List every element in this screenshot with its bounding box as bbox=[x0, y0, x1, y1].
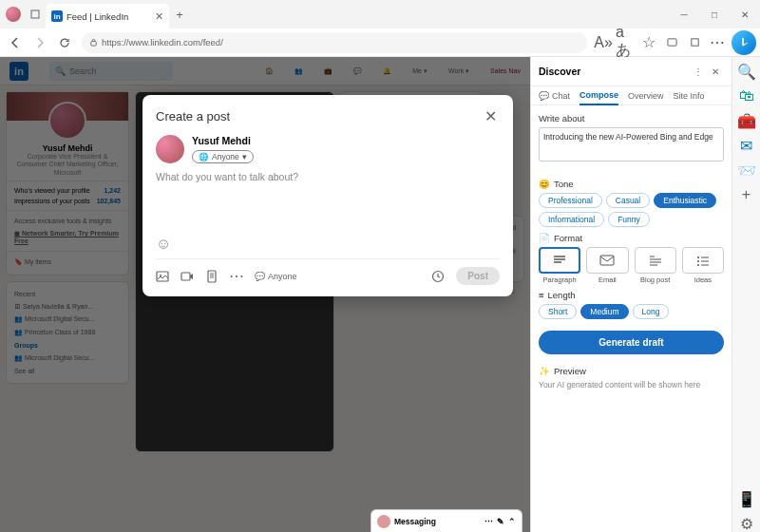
page-content: in 🔍 Search 🏠 👥 💼 💬 🔔 Me ▾ Work ▾ Sales … bbox=[0, 57, 530, 532]
browser-tab[interactable]: in Feed | LinkedIn ✕ bbox=[46, 4, 169, 28]
chat-icon: 💬 bbox=[539, 91, 549, 101]
generate-draft-button[interactable]: Generate draft bbox=[539, 331, 724, 354]
rail-add-icon[interactable]: + bbox=[738, 186, 755, 203]
rail-tools-icon[interactable]: 🧰 bbox=[738, 112, 755, 129]
refresh-button[interactable] bbox=[53, 31, 76, 54]
svg-point-12 bbox=[697, 264, 699, 266]
svg-rect-3 bbox=[691, 39, 697, 46]
browser-toolbar: https://www.linkedin.com/feed/ A» aあ ☆ ⋯ bbox=[0, 28, 760, 57]
tone-label: 😊Tone bbox=[539, 179, 724, 189]
length-label: ≡Length bbox=[539, 290, 724, 300]
post-textarea[interactable]: What do you want to talk about? bbox=[156, 171, 500, 218]
tab-overview[interactable]: Overview bbox=[628, 90, 664, 104]
minimize-button[interactable]: ─ bbox=[669, 0, 699, 28]
more-button[interactable]: ⋯ bbox=[707, 32, 728, 53]
new-tab-button[interactable]: + bbox=[169, 4, 190, 25]
modal-user-name: Yusuf Mehdi bbox=[192, 135, 254, 146]
tab-title: Feed | LinkedIn bbox=[66, 11, 151, 22]
modal-close-button[interactable]: ✕ bbox=[481, 106, 500, 125]
forward-button[interactable] bbox=[28, 31, 51, 54]
format-label: 📄Format bbox=[539, 233, 724, 243]
discover-sidebar: Discover ⋮ ✕ 💬Chat Compose Overview Site… bbox=[530, 57, 732, 532]
comment-visibility[interactable]: 💬 Anyone bbox=[255, 272, 297, 281]
format-icon: 📄 bbox=[539, 233, 550, 243]
emoji-button[interactable]: ☺ bbox=[156, 236, 500, 253]
format-blogpost[interactable]: Blog post bbox=[635, 247, 676, 284]
svg-rect-9 bbox=[600, 256, 614, 265]
svg-point-11 bbox=[697, 260, 699, 262]
modal-title: Create a post bbox=[156, 109, 230, 124]
messaging-avatar bbox=[377, 515, 390, 528]
close-window-button[interactable]: ✕ bbox=[730, 0, 760, 28]
svg-point-10 bbox=[697, 256, 699, 258]
tab-site-info[interactable]: Site Info bbox=[674, 90, 705, 104]
rail-shopping-icon[interactable]: 🛍 bbox=[738, 87, 755, 104]
back-button[interactable] bbox=[4, 31, 27, 54]
tone-enthusiastic[interactable]: Enthusiastic bbox=[654, 193, 716, 208]
rail-drop-icon[interactable]: 📨 bbox=[738, 162, 755, 179]
rail-search-icon[interactable]: 🔍 bbox=[738, 63, 755, 80]
add-image-icon[interactable] bbox=[156, 270, 169, 283]
translate-icon[interactable]: aあ bbox=[616, 32, 636, 53]
globe-icon: 🌐 bbox=[199, 152, 209, 162]
tone-funny[interactable]: Funny bbox=[608, 212, 650, 227]
chevron-down-icon: ▾ bbox=[242, 152, 247, 162]
svg-rect-1 bbox=[91, 42, 96, 47]
read-aloud-icon[interactable]: A» bbox=[593, 32, 614, 53]
chevron-up-icon[interactable]: ⌃ bbox=[508, 517, 516, 526]
post-button[interactable]: Post bbox=[456, 267, 500, 285]
tone-professional[interactable]: Professional bbox=[539, 193, 602, 208]
format-ideas[interactable]: Ideas bbox=[682, 247, 724, 284]
favorites-icon[interactable]: ☆ bbox=[638, 32, 659, 53]
rail-mobile-icon[interactable]: 📱 bbox=[738, 490, 755, 507]
browser-profile-avatar[interactable] bbox=[6, 7, 21, 22]
write-about-input[interactable] bbox=[539, 127, 724, 162]
length-long[interactable]: Long bbox=[633, 304, 670, 319]
audience-label: Anyone bbox=[212, 152, 239, 162]
schedule-icon[interactable] bbox=[431, 270, 445, 283]
create-post-modal: Create a post ✕ Yusuf Mehdi 🌐 Anyone ▾ W… bbox=[142, 95, 513, 296]
svg-rect-2 bbox=[667, 39, 675, 46]
address-bar[interactable]: https://www.linkedin.com/feed/ bbox=[82, 32, 587, 53]
tab-compose[interactable]: Compose bbox=[580, 90, 618, 105]
svg-rect-6 bbox=[181, 273, 190, 280]
edge-rail: 🔍 🛍 🧰 ✉ 📨 + 📱 ⚙ bbox=[732, 57, 760, 532]
format-paragraph[interactable]: Paragraph bbox=[539, 247, 580, 284]
sidebar-close-button[interactable]: ✕ bbox=[707, 63, 724, 80]
length-short[interactable]: Short bbox=[539, 304, 577, 319]
tab-actions-button[interactable] bbox=[25, 4, 46, 25]
add-document-icon[interactable] bbox=[205, 270, 218, 283]
add-video-icon[interactable] bbox=[180, 270, 194, 283]
messaging-label: Messaging bbox=[394, 517, 436, 526]
sidebar-title: Discover bbox=[539, 66, 690, 77]
more-options-icon[interactable]: ⋯ bbox=[230, 270, 243, 283]
rail-settings-icon[interactable]: ⚙ bbox=[738, 515, 755, 532]
tone-casual[interactable]: Casual bbox=[606, 193, 650, 208]
svg-rect-0 bbox=[31, 10, 39, 18]
sparkle-icon: ✨ bbox=[539, 366, 550, 376]
length-icon: ≡ bbox=[539, 290, 544, 300]
messaging-bar[interactable]: Messaging ⋯ ✎ ⌃ bbox=[370, 509, 522, 532]
tab-close-button[interactable]: ✕ bbox=[155, 10, 163, 23]
collections-icon[interactable] bbox=[661, 32, 682, 53]
discover-bing-button[interactable] bbox=[732, 30, 756, 55]
comment-visibility-label: Anyone bbox=[268, 272, 297, 281]
url-text: https://www.linkedin.com/feed/ bbox=[102, 37, 223, 48]
messaging-compose-icon[interactable]: ✎ bbox=[497, 517, 504, 526]
linkedin-favicon: in bbox=[51, 10, 63, 22]
sidebar-more-button[interactable]: ⋮ bbox=[690, 63, 707, 80]
audience-selector[interactable]: 🌐 Anyone ▾ bbox=[192, 150, 254, 163]
window-controls: ─ □ ✕ bbox=[669, 0, 760, 28]
tone-informational[interactable]: Informational bbox=[539, 212, 604, 227]
length-medium[interactable]: Medium bbox=[580, 304, 628, 319]
tab-chat[interactable]: 💬Chat bbox=[539, 90, 570, 104]
maximize-button[interactable]: □ bbox=[699, 0, 730, 28]
browser-titlebar: in Feed | LinkedIn ✕ + ─ □ ✕ bbox=[0, 0, 760, 28]
comment-icon: 💬 bbox=[255, 272, 265, 281]
svg-rect-7 bbox=[208, 271, 216, 282]
messaging-more-icon[interactable]: ⋯ bbox=[484, 517, 493, 526]
format-email[interactable]: Email bbox=[586, 247, 628, 284]
rail-outlook-icon[interactable]: ✉ bbox=[738, 137, 755, 154]
extensions-icon[interactable] bbox=[684, 32, 705, 53]
preview-placeholder: Your AI generated content will be shown … bbox=[539, 380, 724, 390]
